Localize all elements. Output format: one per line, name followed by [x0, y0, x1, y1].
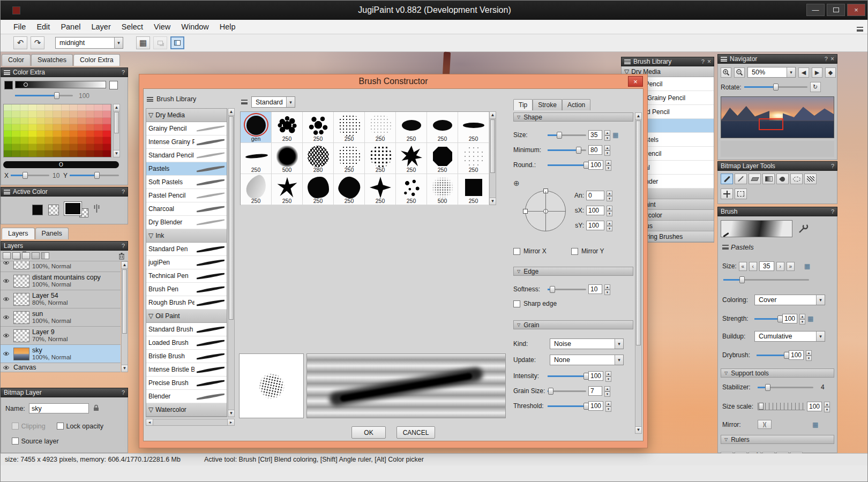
undo-button[interactable]: ↶: [13, 36, 27, 49]
layer-row-sun[interactable]: sun100%, Normal: [1, 308, 121, 327]
palette-cell[interactable]: [4, 144, 12, 150]
palette-cell[interactable]: [70, 144, 78, 150]
strength-presets-icon[interactable]: ▦: [807, 315, 813, 322]
brush-tip-500-bigdot[interactable]: 500: [272, 143, 303, 174]
palette-cell[interactable]: [45, 124, 53, 131]
scrollbar-thumb[interactable]: [490, 119, 495, 173]
layer-row-layer-54[interactable]: Layer 5480%, Normal: [1, 290, 121, 308]
ruler-tool-3[interactable]: ╱: [749, 452, 761, 453]
palette-cell[interactable]: [70, 111, 78, 117]
rotate-slider[interactable]: [744, 84, 807, 91]
palette-cell[interactable]: [28, 118, 36, 124]
size-scale-spinner[interactable]: ▲▼: [824, 402, 830, 411]
close-button[interactable]: ×: [847, 4, 865, 16]
delete-layer-button[interactable]: [118, 252, 125, 262]
intensity-slider[interactable]: [548, 373, 586, 380]
mirror-y-checkbox[interactable]: [571, 248, 578, 255]
size-presets-icon[interactable]: ▦: [612, 132, 618, 138]
brush-tip-250-flat[interactable]: 250: [241, 143, 272, 174]
flip-vertical-icon[interactable]: ▶: [812, 67, 822, 78]
round-slider[interactable]: [548, 162, 586, 169]
lock-opacity-checkbox[interactable]: [57, 423, 64, 430]
brush-preview[interactable]: [721, 220, 792, 237]
palette-cell[interactable]: [4, 118, 12, 124]
sharp-edge-checkbox[interactable]: [513, 300, 520, 307]
brush-list-icon[interactable]: [722, 245, 729, 250]
settings-tab-tip[interactable]: Tip: [513, 99, 533, 110]
brush-panel-header[interactable]: Brush ?: [717, 207, 837, 216]
palette-cell[interactable]: [45, 118, 53, 124]
brush-tip-250-star[interactable]: 250: [365, 174, 396, 205]
palette-cell[interactable]: [45, 144, 53, 150]
palette-cell[interactable]: [86, 118, 94, 124]
palette-cell[interactable]: [94, 144, 102, 150]
hatch-tool[interactable]: [804, 174, 817, 184]
palette-cell[interactable]: [4, 111, 12, 117]
scroll-up-icon[interactable]: ▲: [114, 104, 119, 111]
scroll-up-icon[interactable]: ▲: [635, 113, 641, 120]
palette-cell[interactable]: [45, 111, 53, 117]
palette-cell[interactable]: [53, 150, 61, 157]
threshold-slider[interactable]: [548, 403, 586, 410]
intensity-spinner[interactable]: ▲▼: [605, 371, 611, 381]
size-spinner[interactable]: ▲▼: [604, 130, 610, 140]
palette-cell[interactable]: [53, 137, 61, 144]
library-item-intense-grainy-pencil[interactable]: Intense Grainy Pencil: [146, 135, 227, 149]
palette-cell[interactable]: [86, 104, 94, 111]
layers-scrollbar[interactable]: ▲ ▼: [121, 261, 128, 372]
palette-cell[interactable]: [53, 104, 61, 111]
palette-cell[interactable]: [103, 118, 111, 124]
palette-cell[interactable]: [37, 144, 45, 150]
gradient-start-swatch[interactable]: [4, 81, 13, 89]
strength-slider[interactable]: [754, 315, 780, 322]
brush-tip-250-blob[interactable]: 250: [303, 174, 334, 205]
palette-cell[interactable]: [12, 137, 20, 144]
palette-cell[interactable]: [70, 137, 78, 144]
palette-cell[interactable]: [53, 111, 61, 117]
palette-cell[interactable]: [20, 137, 28, 144]
cancel-button[interactable]: CANCEL: [396, 426, 435, 439]
clipping-checkbox[interactable]: [12, 423, 19, 430]
palette-cell[interactable]: [28, 131, 36, 137]
palette-cell[interactable]: [78, 111, 86, 117]
palette-cell[interactable]: [103, 137, 111, 144]
palette-cell[interactable]: [94, 118, 102, 124]
help-icon[interactable]: ?: [122, 189, 125, 195]
brush-tip-500-spray[interactable]: 500: [427, 174, 458, 205]
palette-cell[interactable]: [86, 111, 94, 117]
palette-cell[interactable]: [103, 150, 111, 157]
scroll-down-icon[interactable]: ▼: [228, 410, 234, 417]
palette-cell[interactable]: [78, 118, 86, 124]
scroll-down-icon[interactable]: ▼: [490, 198, 496, 205]
palette-cell[interactable]: [37, 124, 45, 131]
palette-cell[interactable]: [4, 131, 12, 137]
palette-cell[interactable]: [103, 111, 111, 117]
palette-cell[interactable]: [94, 124, 102, 131]
ruler-tool-6[interactable]: ✚: [790, 452, 803, 453]
eye-icon[interactable]: [3, 315, 11, 320]
palette-cell[interactable]: [86, 137, 94, 144]
bitmap-layer-tools-header[interactable]: Bitmap Layer Tools ?: [717, 161, 837, 171]
palette-cell[interactable]: [4, 137, 12, 144]
round-spinner[interactable]: ▲▼: [605, 160, 611, 170]
library-item-bristle-brush[interactable]: Bristle Brush: [146, 350, 227, 363]
threshold-spinner[interactable]: ▲▼: [605, 401, 611, 411]
tip-grid-scrollbar[interactable]: ▲ ▼: [489, 111, 496, 205]
mirror-x-checkbox[interactable]: [513, 248, 520, 255]
palette-cell[interactable]: [28, 111, 36, 117]
x-slider[interactable]: [11, 172, 49, 179]
palette-cell[interactable]: [20, 124, 28, 131]
palette-cell[interactable]: [12, 150, 20, 157]
round-value[interactable]: 100: [588, 160, 603, 170]
transparent-color-swatch[interactable]: [48, 205, 59, 215]
palette-cell[interactable]: [62, 104, 70, 111]
brush-tip-250-thin[interactable]: 250: [458, 112, 489, 143]
library-item-brush-pen[interactable]: Brush Pen: [146, 283, 227, 296]
brush-tip-250-faint[interactable]: 250: [365, 112, 396, 143]
navigator-thumbnail[interactable]: [721, 96, 834, 138]
palette-cell[interactable]: [45, 104, 53, 111]
palette-cell[interactable]: [103, 131, 111, 137]
palette-cell[interactable]: [94, 111, 102, 117]
grid-view-button[interactable]: ▦: [136, 36, 150, 49]
layer-row-canvas[interactable]: Canvas: [1, 363, 121, 372]
